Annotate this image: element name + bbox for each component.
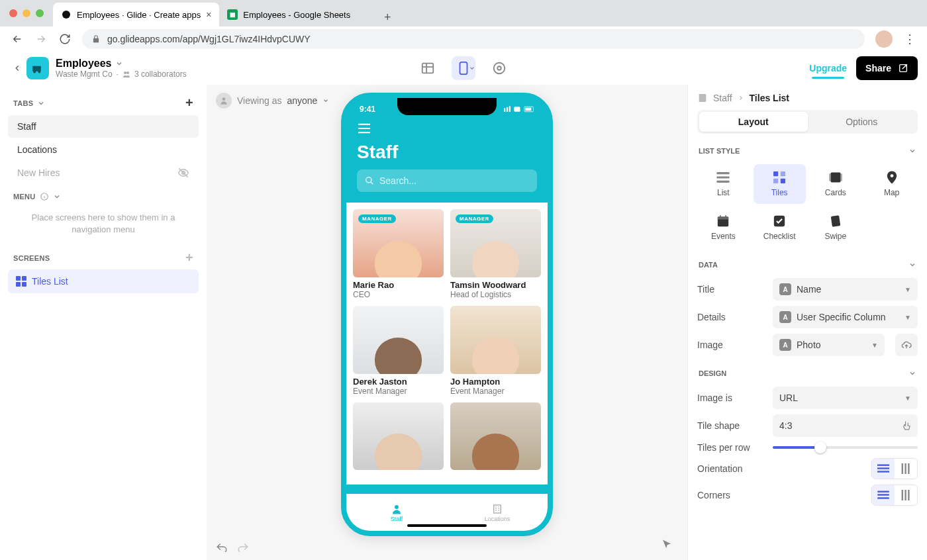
- style-tiles[interactable]: Tiles: [754, 164, 806, 204]
- style-cards[interactable]: Cards: [810, 164, 862, 204]
- url-text: go.glideapps.com/app/Wgj1GL7iwz4IHdvpCUW…: [107, 34, 311, 44]
- field-label: Tiles per row: [697, 442, 766, 453]
- field-dropdown[interactable]: A Photo ▼: [773, 334, 885, 356]
- chevron-down-icon[interactable]: [37, 99, 45, 107]
- share-button[interactable]: Share: [856, 56, 918, 80]
- tile-item[interactable]: [353, 402, 444, 471]
- svg-rect-32: [829, 173, 831, 181]
- url-field[interactable]: go.glideapps.com/app/Wgj1GL7iwz4IHdvpCUW…: [82, 29, 865, 49]
- style-events[interactable]: Events: [697, 208, 750, 248]
- close-tab-icon[interactable]: ×: [206, 9, 211, 20]
- undo-redo-controls: [216, 541, 249, 552]
- redo-icon[interactable]: [237, 541, 249, 552]
- chevron-down-icon[interactable]: [53, 193, 61, 201]
- slider-thumb[interactable]: [814, 442, 826, 453]
- sidebar-item-locations[interactable]: Locations: [8, 138, 199, 161]
- style-label: Cards: [825, 188, 846, 197]
- app-name[interactable]: Employees: [56, 58, 111, 70]
- undo-icon[interactable]: [216, 541, 228, 552]
- screens-label: SCREENS: [13, 254, 50, 262]
- table-mode-button[interactable]: [416, 56, 440, 80]
- screen-item-tiles-list[interactable]: Tiles List: [8, 269, 199, 293]
- svg-rect-30: [781, 179, 785, 183]
- svg-rect-7: [460, 62, 467, 74]
- menu-icon[interactable]: [357, 123, 537, 134]
- settings-mode-button[interactable]: [487, 56, 511, 80]
- close-window-button[interactable]: [9, 9, 17, 17]
- search-placeholder: Search...: [379, 175, 416, 186]
- field-value: Name: [797, 284, 821, 295]
- screens-section-header[interactable]: SCREENS +: [5, 246, 201, 269]
- tile-item[interactable]: MANAGER Marie Rao CEO: [353, 209, 444, 299]
- style-checklist[interactable]: Checklist: [754, 208, 806, 248]
- tile-name: Tamsin Woodward: [450, 280, 541, 290]
- browser-menu-icon[interactable]: ⋮: [903, 32, 916, 46]
- building-icon: [492, 504, 503, 514]
- phone-content[interactable]: MANAGER Marie Rao CEO MANAGER Tamsin Woo…: [346, 203, 548, 485]
- new-tab-button[interactable]: +: [378, 8, 397, 26]
- back-button[interactable]: [9, 60, 25, 76]
- search-input[interactable]: Search...: [357, 169, 537, 192]
- design-section-header[interactable]: DESIGN: [697, 365, 918, 381]
- chevron-right-icon: [738, 95, 744, 101]
- hidden-icon[interactable]: [177, 167, 189, 179]
- profile-avatar[interactable]: [875, 30, 893, 48]
- breadcrumb-parent[interactable]: Staff: [713, 93, 732, 103]
- viewing-as-control[interactable]: Viewing as anyone: [216, 93, 329, 109]
- browser-tab-strip: Employees · Glide · Create apps × ▦ Empl…: [0, 0, 927, 26]
- tile-item[interactable]: Derek Jaston Event Manager: [353, 306, 444, 396]
- info-icon[interactable]: [40, 192, 49, 201]
- segment-options[interactable]: Options: [808, 112, 916, 132]
- add-screen-button[interactable]: +: [185, 250, 193, 265]
- svg-rect-36: [718, 216, 728, 219]
- sidebar-item-new-hires[interactable]: New Hires: [8, 162, 199, 184]
- chevron-down-icon[interactable]: [469, 65, 475, 71]
- list-style-header[interactable]: LIST STYLE: [697, 143, 918, 159]
- svg-rect-51: [904, 490, 906, 500]
- svg-point-4: [124, 71, 126, 74]
- svg-point-2: [33, 71, 36, 73]
- cursor-tool-icon[interactable]: [661, 539, 673, 551]
- phone-preview: 9:41 Staff Search... MANAGER: [341, 93, 553, 536]
- field-dropdown[interactable]: URL ▼: [773, 387, 918, 409]
- data-section-header[interactable]: DATA: [697, 257, 918, 273]
- tile-item[interactable]: [450, 402, 541, 471]
- corners-rounded[interactable]: [872, 485, 895, 505]
- field-dropdown[interactable]: A Name ▼: [773, 278, 918, 301]
- style-list[interactable]: List: [697, 164, 750, 204]
- upgrade-link[interactable]: Upgrade: [809, 63, 847, 73]
- orientation-horizontal[interactable]: [872, 459, 895, 479]
- back-icon[interactable]: [11, 32, 24, 46]
- browser-tab-inactive[interactable]: ▦ Employees - Google Sheets: [219, 3, 378, 26]
- field-label: Corners: [697, 490, 766, 500]
- field-image: Image A Photo ▼: [697, 334, 918, 356]
- segment-layout[interactable]: Layout: [699, 112, 808, 132]
- tile-item[interactable]: MANAGER Tamsin Woodward Head of Logistic…: [450, 209, 541, 299]
- sidebar-item-staff[interactable]: Staff: [8, 115, 199, 138]
- field-dropdown[interactable]: 4:3: [773, 414, 918, 437]
- maximize-window-button[interactable]: [36, 9, 44, 17]
- style-map[interactable]: Map: [865, 164, 918, 204]
- tabs-section-header[interactable]: TABS +: [5, 91, 201, 115]
- tiles-per-row-slider[interactable]: [773, 446, 918, 449]
- chevron-down-icon[interactable]: [115, 60, 123, 68]
- minimize-window-button[interactable]: [23, 9, 30, 17]
- chevron-down-icon[interactable]: [322, 97, 329, 104]
- svg-rect-42: [877, 467, 889, 469]
- field-dropdown[interactable]: A User Specific Column ▼: [773, 306, 918, 328]
- collaborators-count[interactable]: 3 collaborators: [134, 70, 187, 79]
- style-label: Checklist: [763, 232, 796, 241]
- add-tab-button[interactable]: +: [185, 95, 193, 111]
- menu-section-header[interactable]: MENU: [5, 188, 201, 205]
- tabs-label: TABS: [13, 99, 33, 107]
- app-title-block: Employees Waste Mgmt Co · 3 collaborator…: [56, 58, 187, 79]
- browser-tab-active[interactable]: Employees · Glide · Create apps ×: [53, 3, 219, 26]
- field-label: Title: [697, 284, 766, 295]
- style-swipe[interactable]: Swipe: [810, 208, 862, 248]
- orientation-vertical[interactable]: [895, 459, 917, 479]
- upload-image-button[interactable]: [895, 334, 918, 356]
- reload-icon[interactable]: [58, 32, 72, 46]
- status-icons: [504, 105, 534, 113]
- corners-square[interactable]: [895, 485, 917, 505]
- tile-item[interactable]: Jo Hampton Event Manager: [450, 306, 541, 396]
